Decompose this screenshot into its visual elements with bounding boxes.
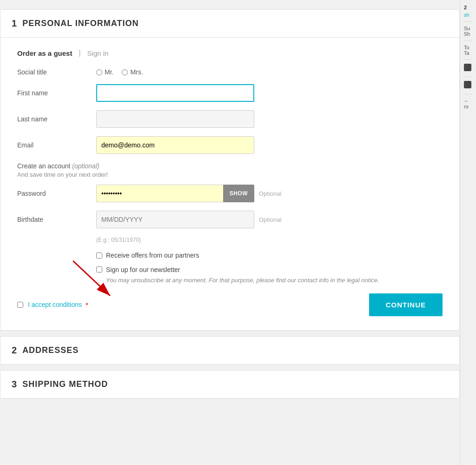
section1-number: 1 [12,18,17,29]
sidebar-divider4 [464,77,472,77]
social-title-label: Social title [17,68,96,76]
sidebar-link[interactable]: sh [464,12,472,18]
sidebar-back-link[interactable]: ← ro [464,98,472,109]
section2-number: 2 [12,345,17,356]
newsletter-label: Sign up for our newsletter [106,266,180,273]
section2-header: 2 ADDRESSES [0,337,459,364]
offers-row: Receive offers from our partners [96,252,443,259]
newsletter-note: You may unsubscribe at any moment. For t… [106,276,379,285]
sidebar-summary: Su [464,26,472,31]
password-label: Password [17,190,96,197]
section-shipping: 3 SHIPPING METHOD [0,370,460,399]
firstname-label: First name [17,89,96,97]
section3-header: 3 SHIPPING METHOD [0,371,459,398]
sign-in-link[interactable]: Sign in [87,49,109,57]
guest-label: Order as a guest [17,49,72,57]
sidebar-icon1: C [464,64,471,71]
radio-mrs[interactable]: Mrs. [122,68,143,76]
sidebar-shipping-short: Sh [464,31,472,37]
radio-mrs-label: Mrs. [130,68,143,76]
newsletter-row: Sign up for our newsletter You may unsub… [96,266,443,285]
password-optional-label: Optional [259,190,281,197]
sidebar-tax: Ta [464,50,472,56]
sidebar-step2: 2 [464,5,472,10]
offers-label: Receive offers from our partners [106,252,199,259]
birthdate-optional-label: Optional [259,216,281,223]
radio-mr-label: Mr. [105,68,113,76]
password-wrap: SHOW [96,185,254,202]
section1-header: 1 PERSONAL INFORMATION [0,10,459,38]
social-title-radios: Mr. Mrs. [96,68,143,76]
birthdate-row: Birthdate Optional [17,211,443,228]
sidebar-divider2 [464,40,472,41]
sidebar-divider3 [464,60,472,60]
firstname-input[interactable] [96,84,254,102]
radio-mrs-input[interactable] [122,69,128,75]
pipe-divider: | [79,49,80,57]
create-account-sub: And save time on your next order! [17,171,443,178]
social-title-row: Social title Mr. Mrs. [17,68,443,76]
section1-body: Order as a guest | Sign in Social title … [0,38,459,330]
newsletter-checkbox[interactable] [96,266,102,272]
birthdate-label: Birthdate [17,216,96,223]
sidebar-total: To [464,45,472,50]
email-label: Email [17,141,96,149]
sidebar-content: 2 sh Su Sh To Ta C C ← ro [460,0,476,114]
birthdate-input[interactable] [96,211,254,228]
section3-number: 3 [12,379,17,390]
bottom-row: I accept conditions * CONTINUE [17,293,443,316]
create-account-title: Create an account (optional) [17,162,443,170]
show-password-button[interactable]: SHOW [223,185,254,202]
offers-checkbox[interactable] [96,252,102,259]
right-sidebar: 2 sh Su Sh To Ta C C ← ro [460,0,476,465]
lastname-row: Last name [17,110,443,128]
firstname-row: First name [17,84,443,102]
section3-title: SHIPPING METHOD [22,379,108,389]
guest-signin-row: Order as a guest | Sign in [17,49,443,57]
section1-title: PERSONAL INFORMATION [22,19,139,28]
required-star: * [86,301,88,309]
lastname-input[interactable] [96,110,254,128]
email-input[interactable] [96,136,254,154]
accept-conditions-wrap: I accept conditions * [17,301,88,309]
password-input[interactable] [96,185,223,202]
radio-mr-input[interactable] [96,69,102,75]
newsletter-content: Sign up for our newsletter You may unsub… [106,266,379,285]
sidebar-divider5 [464,94,472,94]
sidebar-icon2: C [464,81,471,88]
section-personal-info: 1 PERSONAL INFORMATION Order as a guest … [0,9,460,331]
radio-mr[interactable]: Mr. [96,68,113,76]
accept-conditions-checkbox[interactable] [17,302,23,308]
sidebar-divider1 [464,21,472,22]
continue-button[interactable]: CONTINUE [369,293,443,316]
section2-title: ADDRESSES [22,345,79,355]
password-row: Password SHOW Optional [17,185,443,202]
accept-conditions-link[interactable]: I accept conditions [28,301,82,308]
section-addresses: 2 ADDRESSES [0,336,460,365]
email-row: Email [17,136,443,154]
lastname-label: Last name [17,115,96,123]
create-account-section: Create an account (optional) And save ti… [17,162,443,178]
birthdate-hint: (E.g.: 05/31/1970) [96,237,443,243]
